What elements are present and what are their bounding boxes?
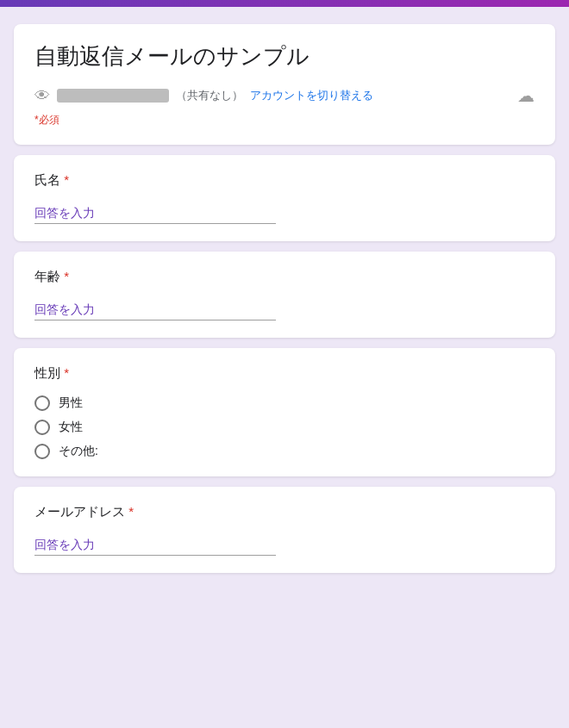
radio-circle-other [34, 444, 50, 459]
radio-label-female: 女性 [59, 420, 83, 435]
gender-option-male[interactable]: 男性 [34, 395, 535, 411]
cloud-icon: ☁ [517, 85, 535, 106]
gender-option-female[interactable]: 女性 [34, 420, 535, 435]
age-required-star: * [64, 269, 69, 283]
account-switch-link[interactable]: アカウントを切り替える [250, 88, 373, 103]
email-required-star: * [128, 504, 134, 519]
age-card: 年齢 * [14, 252, 555, 338]
account-shared: （共有なし） [176, 88, 243, 103]
name-card: 氏名 * [14, 155, 555, 241]
eye-icon: 👁 [34, 87, 50, 105]
radio-circle-female [34, 420, 50, 435]
page-wrapper: 自動返信メールのサンプル 👁 （共有なし） アカウントを切り替える ☁ *必須 … [0, 0, 569, 599]
age-input[interactable] [34, 299, 276, 320]
name-required-star: * [64, 172, 69, 187]
email-input[interactable] [34, 534, 276, 556]
form-title: 自動返信メールのサンプル [34, 41, 535, 72]
top-bar [0, 0, 569, 7]
name-input-wrapper [34, 202, 276, 224]
gender-required-star: * [64, 365, 69, 380]
gender-option-other[interactable]: その他: [34, 444, 535, 459]
radio-label-male: 男性 [59, 395, 83, 411]
account-blurred [57, 89, 169, 103]
name-input[interactable] [34, 202, 276, 224]
email-label: メールアドレス * [34, 504, 535, 520]
name-label: 氏名 * [34, 172, 535, 189]
gender-card: 性別 * 男性 女性 その他: [14, 348, 555, 476]
email-input-wrapper [34, 534, 276, 556]
age-label: 年齢 * [34, 269, 535, 285]
radio-circle-male [34, 395, 50, 411]
age-input-wrapper [34, 299, 276, 320]
account-row: 👁 （共有なし） アカウントを切り替える ☁ [34, 85, 535, 106]
radio-label-other: その他: [59, 444, 98, 459]
email-card: メールアドレス * [14, 487, 555, 573]
header-card: 自動返信メールのサンプル 👁 （共有なし） アカウントを切り替える ☁ *必須 [14, 24, 555, 145]
gender-radio-group: 男性 女性 その他: [34, 395, 535, 459]
required-note: *必須 [34, 113, 535, 128]
gender-label: 性別 * [34, 365, 535, 382]
